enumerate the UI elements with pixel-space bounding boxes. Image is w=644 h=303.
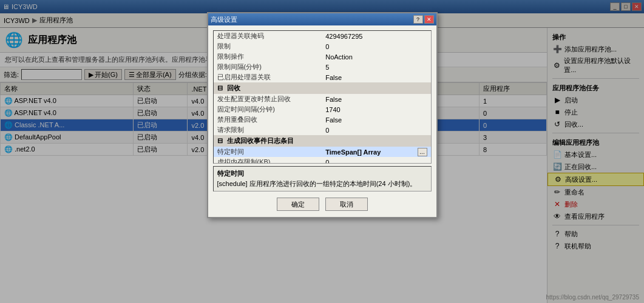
settings-row: 固定时间间隔(分钟)1740 [214,104,431,115]
prop-name: 禁用重叠回收 [214,115,322,125]
section-header-cell: ⊟ 回收 [214,82,431,94]
settings-row: ⊟ 回收 [214,82,431,94]
settings-row: 限制操作NoAction [214,52,431,62]
prop-value: 0 [322,157,413,164]
settings-row: 发生配置更改时禁止回收False [214,94,431,104]
dialog-titlebar-buttons: ? ✕ [413,15,434,24]
prop-name: 固定时间间隔(分钟) [214,104,322,115]
settings-row: 虚拟内存限制(KB)0 [214,157,431,164]
prop-value: 0 [322,125,413,135]
prop-name: 虚拟内存限制(KB) [214,157,322,164]
prop-name: 发生配置更改时禁止回收 [214,94,322,104]
section-header-cell: ⊟ 生成回收事件日志条目 [214,135,431,147]
settings-row: 禁用重叠回收False [214,115,431,125]
prop-name: 限制 [214,41,322,52]
modal-overlay: 高级设置 ? ✕ 处理器关联掩码4294967295 限制0 限制操作NoAct… [0,0,644,303]
settings-row: 限制间隔(分钟)5 [214,62,431,72]
settings-row: 限制0 [214,41,431,52]
desc-title: 特定时间 [217,169,427,178]
ellipsis-button[interactable]: ... [418,148,427,156]
prop-name: 特定时间 [214,147,322,157]
settings-scroll[interactable]: 处理器关联掩码4294967295 限制0 限制操作NoAction 限制间隔(… [213,30,432,164]
prop-value: 5 [322,62,413,72]
prop-value: False [322,115,413,125]
dialog-close-button[interactable]: ✕ [424,15,434,24]
ellipsis-cell: ... [414,147,431,157]
settings-row: ⊟ 生成回收事件日志条目 [214,135,431,147]
prop-value: NoAction [322,52,413,62]
prop-value: False [322,94,413,104]
dialog-body: 处理器关联掩码4294967295 限制0 限制操作NoAction 限制间隔(… [208,25,436,217]
prop-value: False [322,72,413,82]
dialog-title: 高级设置 [211,15,237,24]
settings-row: 处理器关联掩码4294967295 [214,31,431,41]
advanced-settings-dialog: 高级设置 ? ✕ 处理器关联掩码4294967295 限制0 限制操作NoAct… [207,12,438,218]
prop-name: 限制间隔(分钟) [214,62,322,72]
settings-row: 特定时间TimeSpan[] Array... [214,147,431,157]
prop-name: 已启用处理器关联 [214,72,322,82]
prop-value: TimeSpan[] Array [322,147,413,157]
settings-table: 处理器关联掩码4294967295 限制0 限制操作NoAction 限制间隔(… [214,31,431,164]
cancel-button[interactable]: 取消 [325,198,368,211]
desc-text: [schedule] 应用程序池进行回收的一组特定的本地时间(24 小时制)。 [217,179,427,188]
watermark: https://blog.csdn.net/qq_29729735 [546,294,639,301]
dialog-help-button[interactable]: ? [413,15,423,24]
prop-value: 0 [322,41,413,52]
ok-button[interactable]: 确定 [277,198,319,211]
settings-row: 已启用处理器关联False [214,72,431,82]
prop-value: 1740 [322,104,413,115]
prop-name: 限制操作 [214,52,322,62]
prop-name: 请求限制 [214,125,322,135]
prop-name: 处理器关联掩码 [214,31,322,41]
dialog-description: 特定时间 [schedule] 应用程序池进行回收的一组特定的本地时间(24 小… [213,166,432,191]
dialog-titlebar: 高级设置 ? ✕ [208,13,436,25]
dialog-buttons: 确定 取消 [208,194,436,215]
settings-row: 请求限制0 [214,125,431,135]
prop-value: 4294967295 [322,31,413,41]
